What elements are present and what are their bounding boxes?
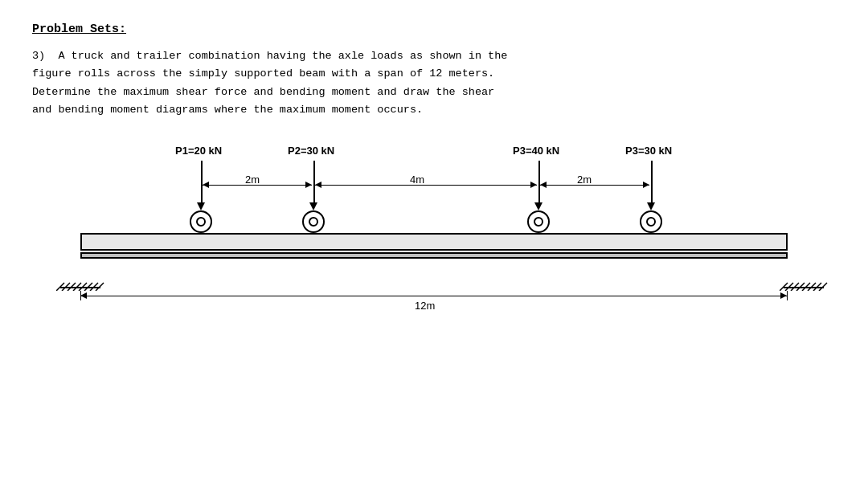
arrow-p3b	[647, 202, 655, 210]
arrow-p2	[309, 202, 317, 210]
force-line-p3b	[651, 161, 653, 207]
dim-label-4m: 4m	[410, 174, 424, 186]
span-arrow-right	[780, 292, 787, 299]
dim-line-4m	[315, 185, 537, 186]
dim-arrow-4m-start	[315, 182, 321, 188]
wheel-p3a	[527, 210, 550, 233]
span-label: 12m	[415, 300, 435, 312]
wheel-inner-p2	[309, 217, 318, 227]
beam-lower	[80, 252, 788, 259]
wheel-p3b	[640, 210, 662, 233]
dim-arrow-4m-end	[530, 182, 537, 188]
dim-arrow-2m-right-end	[643, 182, 649, 188]
wheel-p1	[190, 210, 212, 233]
load-label-p3b: P3=30 kN	[625, 145, 672, 157]
arrow-p1	[197, 202, 205, 210]
page: Problem Sets: 3) A truck and trailer com…	[0, 0, 868, 486]
dim-label-2m-right: 2m	[577, 174, 592, 186]
wheel-inner-p1	[196, 217, 206, 227]
span-line	[80, 296, 788, 296]
span-arrow-left	[80, 292, 87, 299]
dim-label-2m-left: 2m	[245, 174, 260, 186]
problem-text: 3) A truck and trailer combination havin…	[32, 47, 836, 119]
section-title: Problem Sets:	[32, 22, 836, 36]
wheel-p2	[302, 210, 325, 233]
wheel-inner-p3a	[534, 217, 543, 227]
support-right	[780, 251, 828, 291]
dim-arrow-2m-left-start	[203, 182, 209, 188]
dim-line-2m-right	[540, 185, 649, 186]
wheel-inner-p3b	[646, 217, 656, 227]
diagram: P1=20 kN P2=30 kN P3=40 kN P3=30 kN 2m 4…	[48, 143, 820, 376]
support-left	[56, 251, 104, 291]
beam	[80, 233, 788, 251]
load-label-p1: P1=20 kN	[175, 145, 222, 157]
dim-arrow-2m-left-end	[305, 182, 312, 188]
arrow-p3a	[534, 202, 542, 210]
dim-arrow-2m-right-start	[540, 182, 547, 188]
load-label-p2: P2=30 kN	[288, 145, 334, 157]
load-label-p3a: P3=40 kN	[513, 145, 559, 157]
